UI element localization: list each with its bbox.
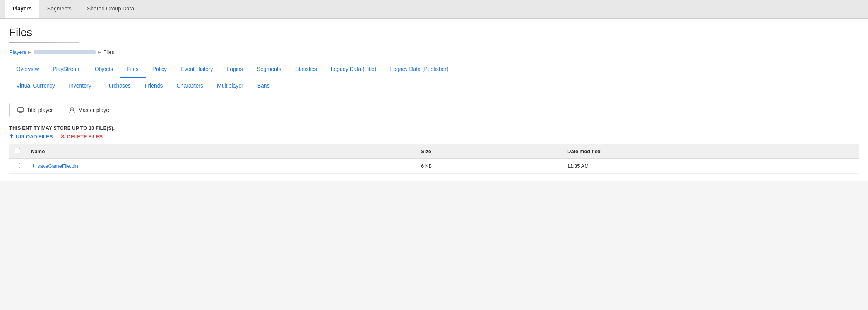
svg-rect-0 — [18, 108, 23, 112]
file-actions: ⬆ UPLOAD FILES ✕ DELETE FILES — [9, 133, 859, 140]
file-size-cell: 6 KB — [416, 159, 562, 174]
tab-statistics[interactable]: Statistics — [288, 61, 324, 78]
upload-icon: ⬆ — [9, 133, 14, 140]
table-row: ⬇ saveGameFile.bin 6 KB 11:35 AM — [9, 159, 859, 174]
master-player-button[interactable]: Master player — [61, 103, 119, 117]
nav-tabs-row-1: Overview PlayStream Objects Files Policy… — [9, 61, 859, 78]
tab-multiplayer[interactable]: Multiplayer — [210, 78, 250, 95]
tab-objects[interactable]: Objects — [88, 61, 120, 78]
top-tab-bar: Players Segments Shared Group Data — [0, 0, 868, 19]
row-checkbox[interactable] — [15, 163, 20, 168]
tab-legacy-publisher[interactable]: Legacy Data (Publisher) — [383, 61, 455, 78]
files-table: Name Size Date modified ⬇ saveGameFile.b… — [9, 144, 859, 174]
header-date-modified: Date modified — [562, 144, 859, 159]
breadcrumb-separator-2: ▶ — [98, 50, 101, 54]
tab-playstream[interactable]: PlayStream — [46, 61, 87, 78]
breadcrumb-player-id — [34, 50, 96, 54]
tab-friends[interactable]: Friends — [138, 78, 170, 95]
tab-shared-group-data[interactable]: Shared Group Data — [79, 0, 142, 18]
table-header: Name Size Date modified — [9, 144, 859, 159]
person-icon — [69, 107, 75, 113]
download-file-icon: ⬇ — [31, 163, 35, 169]
breadcrumb-separator-1: ▶ — [28, 50, 31, 54]
title-player-button[interactable]: Title player — [10, 103, 61, 117]
upload-label: UPLOAD FILES — [16, 134, 53, 140]
select-all-checkbox[interactable] — [15, 148, 20, 153]
tab-event-history[interactable]: Event History — [174, 61, 220, 78]
master-player-label: Master player — [78, 107, 111, 113]
tab-characters[interactable]: Characters — [170, 78, 210, 95]
nav-tabs: Overview PlayStream Objects Files Policy… — [9, 61, 859, 95]
tab-policy[interactable]: Policy — [146, 61, 174, 78]
title-underline — [9, 42, 79, 43]
delete-files-button[interactable]: ✕ DELETE FILES — [60, 133, 103, 140]
tab-purchases[interactable]: Purchases — [98, 78, 138, 95]
upload-files-button[interactable]: ⬆ UPLOAD FILES — [9, 133, 53, 140]
tab-files[interactable]: Files — [120, 61, 146, 78]
delete-icon: ✕ — [60, 133, 65, 140]
breadcrumb-root[interactable]: Players — [9, 49, 26, 55]
tab-inventory[interactable]: Inventory — [62, 78, 98, 95]
entity-buttons: Title player Master player — [9, 103, 119, 117]
file-link[interactable]: ⬇ saveGameFile.bin — [31, 163, 410, 169]
tab-segments[interactable]: Segments — [39, 0, 79, 18]
nav-tabs-row-2: Virtual Currency Inventory Purchases Fri… — [9, 78, 859, 95]
tab-segments[interactable]: Segments — [250, 61, 288, 78]
header-name: Name — [26, 144, 416, 159]
header-size: Size — [416, 144, 562, 159]
tab-legacy-title[interactable]: Legacy Data (Title) — [324, 61, 383, 78]
tab-overview[interactable]: Overview — [9, 61, 46, 78]
svg-point-3 — [71, 108, 73, 110]
storage-info: THIS ENTITY MAY STORE UP TO 10 FILE(S). … — [9, 125, 859, 140]
storage-limit-text: THIS ENTITY MAY STORE UP TO 10 FILE(S). — [9, 125, 859, 131]
file-date-cell: 11:35 AM — [562, 159, 859, 174]
breadcrumb-current: Files — [103, 49, 114, 55]
tab-players[interactable]: Players — [5, 0, 39, 18]
tab-logins[interactable]: Logins — [220, 61, 250, 78]
monitor-icon — [17, 107, 24, 113]
title-player-label: Title player — [27, 107, 53, 113]
page-title: Files — [9, 26, 859, 39]
tab-bans[interactable]: Bans — [250, 78, 277, 95]
row-checkbox-cell — [9, 159, 26, 174]
header-checkbox-cell — [9, 144, 26, 159]
file-name: saveGameFile.bin — [38, 163, 78, 169]
table-body: ⬇ saveGameFile.bin 6 KB 11:35 AM — [9, 159, 859, 174]
breadcrumb: Players ▶ ▶ Files — [9, 49, 859, 55]
main-content: Files Players ▶ ▶ Files Overview PlayStr… — [0, 19, 868, 181]
delete-label: DELETE FILES — [67, 134, 103, 140]
file-name-cell: ⬇ saveGameFile.bin — [26, 159, 416, 174]
tab-virtual-currency[interactable]: Virtual Currency — [9, 78, 62, 95]
